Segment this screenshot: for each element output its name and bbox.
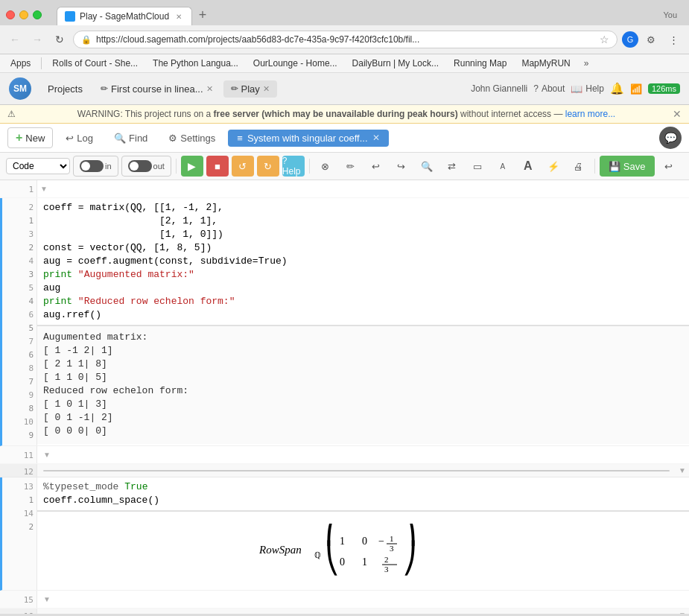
extensions-icon[interactable]: ⚙	[641, 30, 661, 49]
expander-row-15[interactable]: ▼	[37, 591, 689, 608]
line-number-11: 11	[24, 451, 34, 460]
settings-button[interactable]: ⚙ Settings	[160, 129, 223, 147]
close-window-button[interactable]	[6, 10, 15, 19]
cell-type-select[interactable]: Code Markdown	[6, 158, 70, 174]
bookmark-dailyburn[interactable]: DailyBurn | My Lock...	[348, 57, 443, 70]
edit-icon: ✏	[101, 83, 108, 94]
out-toggle-switch[interactable]	[128, 160, 152, 172]
in-toggle-button[interactable]: in	[73, 156, 118, 177]
in-toggle-switch[interactable]	[80, 160, 104, 172]
line-num-4: 4	[28, 255, 34, 268]
bookmark-mapmyrun[interactable]: MapMyRUN	[517, 57, 574, 70]
active-file-tab[interactable]: ≡ System with singular coeff... ✕	[228, 130, 388, 147]
address-bar[interactable]: 🔒 https://cloud.sagemath.com/projects/aa…	[73, 31, 617, 48]
warning-close-button[interactable]: ✕	[673, 108, 682, 120]
user-name[interactable]: John Giannelli	[471, 83, 527, 94]
in-label-8: 8	[28, 402, 34, 416]
redo-button[interactable]: ↪	[390, 156, 413, 177]
restart-button[interactable]: ↺	[232, 156, 254, 177]
run-button[interactable]: ▶	[181, 156, 203, 177]
print-button[interactable]: 🖨	[568, 156, 590, 177]
bookmark-rolls[interactable]: Rolls of Court - She...	[48, 57, 142, 70]
cell-row-12[interactable]: 12 ▼	[0, 464, 689, 477]
expander-12[interactable]: ▼	[676, 464, 689, 477]
chat-button[interactable]: 💬	[659, 127, 682, 149]
history-button[interactable]: ↩	[658, 156, 680, 177]
maximize-window-button[interactable]	[33, 10, 42, 19]
notifications-bell[interactable]: 🔔	[610, 82, 624, 95]
expander-row-11[interactable]: ▼	[37, 446, 689, 463]
svg-text:3: 3	[390, 544, 394, 553]
expander-1[interactable]: ▼	[37, 180, 51, 197]
bookmark-ourlounge[interactable]: OurLounge - Home...	[249, 57, 342, 70]
edit-button[interactable]: ✏	[340, 156, 362, 177]
bookmarks-overflow-button[interactable]: »	[581, 57, 592, 70]
font-large-button[interactable]: A	[517, 156, 539, 177]
svg-text:1: 1	[390, 534, 394, 543]
bookmark-dailyburn-label: DailyBurn | My Lock...	[352, 58, 439, 69]
sage-logo[interactable]: SM	[9, 77, 31, 100]
forward-button[interactable]: →	[28, 31, 46, 48]
refresh-button[interactable]: ↻	[51, 31, 69, 48]
learn-more-link[interactable]: learn more...	[565, 109, 615, 119]
collapse-bar-16[interactable]	[37, 609, 676, 614]
bookmark-apps[interactable]: Apps	[6, 57, 35, 70]
svg-text:⎝: ⎝	[325, 540, 340, 576]
expander-16[interactable]: ▼	[676, 609, 689, 614]
code-input-area[interactable]: coeff = matrix(QQ, [[1, -1, 2], [2, 1, 1…	[37, 198, 689, 325]
split-button[interactable]: ▭	[466, 156, 489, 177]
lock-icon: 🔒	[81, 35, 92, 45]
out-toggle-button[interactable]: out	[121, 156, 171, 177]
active-tab-close-button[interactable]: ✕	[372, 133, 380, 143]
stop-button[interactable]: ■	[206, 156, 229, 177]
toolbar-separator-3	[594, 159, 595, 174]
tab-close-button[interactable]: ✕	[174, 11, 184, 22]
bookmark-star-icon[interactable]: ☆	[600, 34, 609, 45]
nav-projects[interactable]: Projects	[40, 80, 90, 98]
search-button[interactable]: 🔍	[416, 156, 438, 177]
bookmark-rolls-label: Rolls of Court - She...	[52, 58, 138, 69]
main-code-gutter: 2 1 3 2 4 3 5 4 6 5 7 6 8 7 9 8 10 9	[2, 198, 37, 445]
typeset-code[interactable]: %typeset_mode True coeff.column_space()	[37, 477, 689, 510]
user-initial: You	[657, 7, 683, 22]
bookmark-running-map[interactable]: Running Map	[449, 57, 511, 70]
collapse-bar-12[interactable]	[37, 464, 676, 477]
sage-header: SM Projects ✏ First course in linea... ✕…	[0, 73, 689, 105]
log-button[interactable]: ↩ Log	[57, 129, 101, 147]
minimize-window-button[interactable]	[19, 10, 28, 19]
active-tab-label-text: System with singular coeff...	[247, 133, 368, 144]
new-button[interactable]: + New	[7, 127, 53, 148]
interrupt-button[interactable]: ⊗	[314, 156, 337, 177]
nav-play-close[interactable]: ✕	[263, 84, 270, 94]
settings-icon: ⚙	[168, 133, 177, 144]
help-button[interactable]: ? Help	[282, 156, 305, 177]
font-small-button[interactable]: A	[492, 156, 514, 177]
cell-row-16[interactable]: 16 ▼	[0, 609, 689, 614]
code-cell-typeset[interactable]: 13 1 14 2 %typeset_mode True coeff.colum…	[0, 477, 689, 591]
code-cell-main[interactable]: 2 1 3 2 4 3 5 4 6 5 7 6 8 7 9 8 10 9 coe…	[0, 198, 689, 446]
cell-content-1[interactable]	[51, 180, 689, 197]
help-link[interactable]: 📖 Help	[571, 83, 604, 95]
profile-icon[interactable]: G	[622, 31, 638, 48]
new-tab-button[interactable]: +	[192, 4, 213, 25]
lightning-button[interactable]: ⚡	[542, 156, 565, 177]
nav-first-course-close[interactable]: ✕	[206, 84, 213, 94]
typeset-content[interactable]: %typeset_mode True coeff.column_space() …	[37, 477, 689, 590]
nav-play[interactable]: ✏ Play ✕	[223, 80, 277, 98]
about-link[interactable]: ? About	[533, 83, 565, 94]
menu-icon[interactable]: ⋮	[664, 30, 683, 49]
save-button[interactable]: 💾 Save	[600, 156, 655, 177]
in-label: in	[105, 162, 112, 171]
back-button[interactable]: ←	[6, 31, 24, 48]
refresh-button[interactable]: ↻	[257, 156, 279, 177]
undo-button[interactable]: ↩	[365, 156, 387, 177]
main-code-content[interactable]: coeff = matrix(QQ, [[1, -1, 2], [2, 1, 1…	[37, 198, 689, 445]
arrows-button[interactable]: ⇄	[441, 156, 463, 177]
find-button[interactable]: 🔍 Find	[106, 129, 156, 147]
svg-text:3: 3	[384, 565, 389, 574]
svg-text:−: −	[378, 536, 384, 547]
line-num-13: 13	[24, 480, 34, 494]
bookmark-python[interactable]: The Python Langua...	[148, 57, 243, 70]
nav-first-course[interactable]: ✏ First course in linea... ✕	[93, 80, 220, 98]
active-tab[interactable]: Play - SageMathCloud ✕	[57, 7, 192, 25]
